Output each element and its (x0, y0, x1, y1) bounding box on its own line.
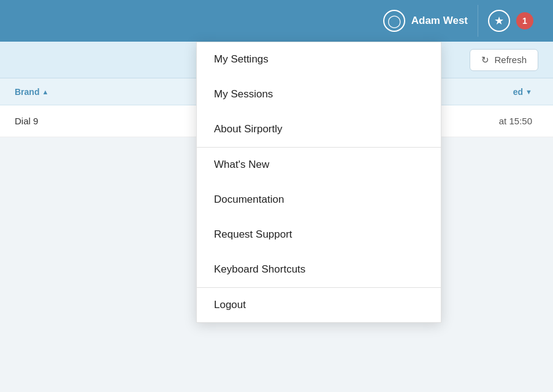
menu-item-about-sirportly[interactable]: About Sirportly (197, 112, 441, 147)
app-header: ◯ Adam West ★ 1 (0, 0, 553, 42)
logout-button[interactable]: Logout (197, 288, 441, 322)
user-dropdown-menu: My SettingsMy SessionsAbout SirportlyWha… (196, 42, 441, 323)
refresh-button[interactable]: ↻ Refresh (470, 49, 538, 71)
menu-item-my-settings[interactable]: My Settings (197, 42, 441, 77)
cell-created: at 15:50 (499, 116, 538, 126)
col-created-label: ed (513, 87, 523, 97)
star-icon: ★ (488, 10, 510, 32)
user-name-label: Adam West (411, 15, 468, 27)
col-created-header[interactable]: ed ▼ (513, 87, 538, 97)
refresh-label: Refresh (494, 55, 527, 65)
menu-item-request-support[interactable]: Request Support (197, 217, 441, 252)
refresh-icon: ↻ (481, 55, 489, 66)
notification-badge: 1 (516, 12, 533, 29)
sort-arrow-icon: ▲ (42, 88, 48, 96)
starred-section[interactable]: ★ 1 (478, 5, 543, 37)
user-menu-trigger[interactable]: ◯ Adam West (373, 5, 478, 37)
col-brand-header[interactable]: Brand ▲ (15, 87, 212, 97)
menu-item-documentation[interactable]: Documentation (197, 183, 441, 217)
col-brand-label: Brand (15, 87, 39, 97)
cell-brand: Dial 9 (15, 116, 212, 126)
menu-item-keyboard-shortcuts[interactable]: Keyboard Shortcuts (197, 252, 441, 287)
col-created-dropdown-icon: ▼ (525, 88, 532, 96)
menu-item-my-sessions[interactable]: My Sessions (197, 77, 441, 112)
menu-item-what's-new[interactable]: What's New (197, 148, 441, 183)
user-avatar-icon: ◯ (383, 10, 405, 32)
